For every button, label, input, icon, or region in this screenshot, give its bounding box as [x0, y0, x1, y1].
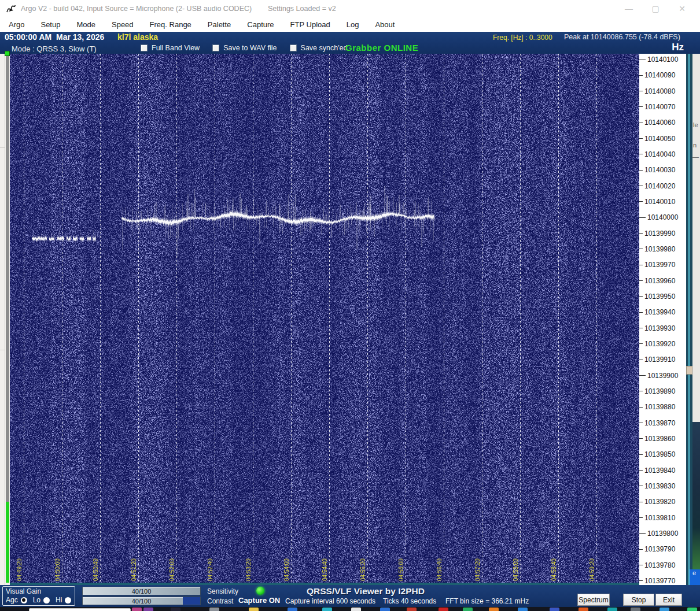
- taskbar-icon[interactable]: [607, 608, 617, 611]
- radio-label-lo: Lo: [33, 596, 40, 604]
- contrast-label: Contrast: [207, 597, 233, 605]
- mode-label: Mode : QRSS 3, Slow (T): [12, 45, 97, 53]
- exit-button[interactable]: Exit: [655, 594, 682, 606]
- taskbar-icon[interactable]: [249, 608, 259, 611]
- frequency-label: 10140040: [644, 150, 675, 158]
- spectrum-button[interactable]: Spectrum: [577, 594, 610, 606]
- frequency-tick: [639, 517, 643, 518]
- checkbox-save-synch-ed[interactable]: Save synch'ed: [290, 44, 348, 52]
- radio-agc[interactable]: [21, 597, 27, 603]
- checkbox-icon[interactable]: [141, 45, 148, 51]
- menu-item-capture[interactable]: Capture: [247, 19, 274, 30]
- background-scrollbar-thumb[interactable]: [686, 366, 692, 375]
- titlebar[interactable]: Argo V2 - build 042, Input Source = Micr…: [0, 0, 700, 17]
- menu-item-mode[interactable]: Mode: [76, 19, 95, 30]
- frequency-label: 10139940: [644, 308, 675, 316]
- menu-item-argo[interactable]: Argo: [9, 19, 24, 30]
- background-text-fragment: n: [693, 142, 697, 149]
- frequency-label: 10139990: [644, 229, 675, 238]
- checkbox-full-band-view[interactable]: Full Band View: [141, 44, 200, 52]
- frequency-tick: [639, 470, 643, 471]
- frequency-label: 10140070: [644, 103, 675, 111]
- frequency-label-row: 10139890: [639, 387, 675, 395]
- close-icon[interactable]: ✕: [669, 0, 695, 17]
- taskbar-icon[interactable]: [171, 608, 180, 611]
- frequency-label-row: 10139810: [639, 514, 675, 522]
- frequency-label: 10140090: [644, 71, 675, 79]
- checkbox-group: Full Band ViewSave to WAV fileSave synch…: [141, 44, 360, 52]
- frequency-label-row: 10139770: [639, 577, 675, 585]
- taskbar-icon[interactable]: [132, 608, 142, 611]
- frequency-label-row: 10140100: [639, 55, 678, 64]
- checkbox-icon[interactable]: [212, 45, 219, 51]
- frequency-tick: [639, 454, 643, 455]
- waterfall-canvas[interactable]: [10, 54, 639, 583]
- frequency-label: 10139880: [644, 403, 675, 411]
- menu-item-log[interactable]: Log: [347, 19, 359, 30]
- taskbar-icon[interactable]: [380, 608, 390, 611]
- frequency-label: 10139830: [644, 482, 675, 490]
- taskbar-icon[interactable]: [351, 608, 361, 611]
- frequency-tick: [639, 217, 646, 218]
- taskbar-icon[interactable]: [288, 608, 297, 611]
- ticks-info: Ticks 40 seconds: [383, 597, 436, 605]
- checkbox-icon[interactable]: [290, 45, 297, 51]
- taskbar-icon[interactable]: [579, 608, 588, 611]
- menu-item-palette[interactable]: Palette: [208, 19, 231, 30]
- frequency-tick: [639, 312, 643, 313]
- frequency-tick: [639, 91, 643, 91]
- bottom-control-bar: Visual Gain AgcLoHi 40/10040/100 Sensiti…: [0, 585, 700, 607]
- taskbar-icon[interactable]: [209, 608, 219, 611]
- taskbar-icon[interactable]: [439, 608, 448, 611]
- frequency-tick: [639, 170, 643, 171]
- stop-button[interactable]: Stop: [623, 594, 654, 606]
- taskbar-search-input[interactable]: Type here to search: [29, 608, 131, 611]
- menu-item-setup[interactable]: Setup: [40, 19, 60, 30]
- taskbar-icon[interactable]: [489, 608, 499, 611]
- taskbar-icon[interactable]: [550, 608, 559, 611]
- menu-item-speed[interactable]: Speed: [112, 19, 134, 30]
- menu-item-ftp-upload[interactable]: FTP Upload: [290, 19, 330, 30]
- menu-item-freq-range[interactable]: Freq. Range: [150, 19, 191, 30]
- frequency-label-row: 10140020: [639, 182, 675, 190]
- capture-position-marker: [5, 51, 10, 56]
- taskbar-icon[interactable]: [518, 608, 528, 611]
- capture-led-icon: [256, 587, 264, 595]
- frequency-label: 10139820: [644, 498, 675, 506]
- taskbar-icon[interactable]: [407, 608, 417, 611]
- frequency-tick: [639, 580, 643, 581]
- frequency-label: 10139920: [644, 340, 675, 348]
- taskbar-icon[interactable]: [322, 608, 332, 611]
- frequency-scale: 1014010010140090101400801014007010140060…: [639, 54, 686, 585]
- window-controls: — ▢ ✕: [616, 0, 695, 17]
- maximize-icon[interactable]: ▢: [642, 0, 669, 17]
- frequency-tick: [639, 296, 643, 297]
- frequency-label-row: 10139950: [639, 292, 675, 301]
- minimize-icon[interactable]: —: [616, 0, 642, 17]
- frequency-tick: [639, 123, 643, 123]
- radio-label-hi: Hi: [56, 596, 62, 604]
- argo-window: Argo V2 - build 042, Input Source = Micr…: [0, 0, 700, 611]
- visual-gain-radios: AgcLoHi: [6, 596, 77, 604]
- frequency-label: 10139960: [644, 277, 675, 285]
- sensitivity-slider[interactable]: 40/100: [82, 587, 201, 595]
- frequency-label: 10140060: [644, 119, 675, 127]
- frequency-label: 10139860: [644, 435, 675, 443]
- contrast-slider[interactable]: 40/100: [82, 597, 201, 605]
- taskbar-icon[interactable]: [631, 608, 640, 611]
- taskbar-icon[interactable]: [660, 608, 669, 611]
- frequency-label-row: 10139840: [639, 466, 675, 475]
- radio-lo[interactable]: [43, 597, 50, 603]
- taskbar-icon[interactable]: [143, 608, 153, 611]
- checkbox-label: Full Band View: [152, 44, 200, 52]
- radio-hi[interactable]: [65, 597, 71, 603]
- frequency-label-row: 10139960: [639, 277, 675, 285]
- background-divider-fragment: —: [692, 153, 699, 160]
- menu-item-about[interactable]: About: [375, 19, 395, 30]
- checkbox-save-to-wav-file[interactable]: Save to WAV file: [212, 44, 277, 52]
- taskbar-icon[interactable]: [687, 608, 697, 611]
- header-row-status: 05:00:00 AM Mar 13, 2026 kl7l alaska Fre…: [0, 32, 700, 43]
- slider-thumb[interactable]: [183, 597, 200, 605]
- taskbar-icon[interactable]: [463, 608, 473, 611]
- background-blue-fragment: e: [690, 569, 700, 585]
